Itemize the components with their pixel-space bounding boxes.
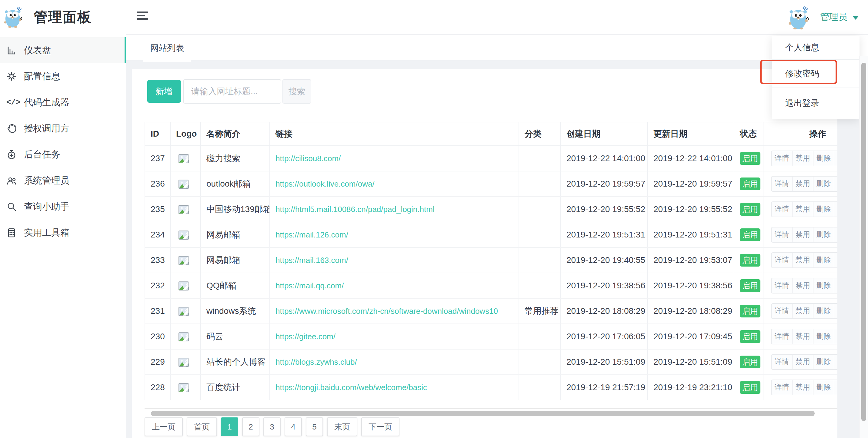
disable-button[interactable]: 禁用 xyxy=(793,380,813,395)
cell-created: 2019-12-20 19:38:56 xyxy=(561,273,648,298)
delete-button[interactable]: 删除 xyxy=(813,177,834,191)
status-badge[interactable]: 启用 xyxy=(740,203,761,216)
edit-button[interactable]: 编辑 xyxy=(834,228,837,242)
delete-button[interactable]: 删除 xyxy=(813,304,834,318)
detail-button[interactable]: 详情 xyxy=(772,177,793,191)
site-link[interactable]: http://html5.mail.10086.cn/pad/pad_login… xyxy=(276,205,435,214)
delete-button[interactable]: 删除 xyxy=(813,151,834,166)
status-badge[interactable]: 启用 xyxy=(740,330,761,343)
status-badge[interactable]: 启用 xyxy=(740,177,761,190)
disable-button[interactable]: 禁用 xyxy=(793,228,813,242)
action-button-group: 详情 禁用 删除 编辑 xyxy=(771,252,837,268)
delete-button[interactable]: 删除 xyxy=(813,228,834,242)
site-link[interactable]: https://mail.163.com/ xyxy=(276,256,348,265)
site-link[interactable]: https://mail.126.com/ xyxy=(276,230,348,239)
detail-button[interactable]: 详情 xyxy=(772,278,793,293)
menu-item-logout[interactable]: 退出登录 xyxy=(772,88,860,119)
edit-button[interactable]: 编辑 xyxy=(834,278,837,293)
site-link[interactable]: https://mail.qq.com/ xyxy=(276,281,344,290)
delete-button[interactable]: 删除 xyxy=(813,253,834,267)
site-link[interactable]: https://gitee.com/ xyxy=(276,332,336,341)
sidebar-item-query-helper[interactable]: 查询小助手 xyxy=(0,194,126,220)
sidebar-item-background-tasks[interactable]: 后台任务 xyxy=(0,141,126,168)
status-badge[interactable]: 启用 xyxy=(740,356,761,368)
delete-button[interactable]: 删除 xyxy=(813,329,834,344)
disable-button[interactable]: 禁用 xyxy=(793,253,813,267)
cell-updated: 2019-12-20 18:08:29 xyxy=(648,298,734,324)
status-badge[interactable]: 启用 xyxy=(740,305,761,317)
site-link[interactable]: https://tongji.baidu.com/web/welcome/bas… xyxy=(276,383,427,392)
pagination-page-1[interactable]: 1 xyxy=(221,417,238,436)
disable-button[interactable]: 禁用 xyxy=(793,329,813,344)
user-name[interactable]: 管理员 xyxy=(820,11,847,23)
edit-button[interactable]: 编辑 xyxy=(834,380,837,395)
detail-button[interactable]: 详情 xyxy=(772,329,793,344)
edit-button[interactable]: 编辑 xyxy=(834,329,837,344)
pagination-page-4[interactable]: 4 xyxy=(285,417,302,436)
detail-button[interactable]: 详情 xyxy=(772,380,793,395)
add-button[interactable]: 新增 xyxy=(147,80,181,103)
status-badge[interactable]: 启用 xyxy=(740,152,761,165)
pagination-prev[interactable]: 上一页 xyxy=(145,417,183,436)
pagination-next[interactable]: 下一页 xyxy=(361,417,399,436)
detail-button[interactable]: 详情 xyxy=(772,253,793,267)
chevron-down-icon[interactable] xyxy=(852,16,859,20)
cell-logo xyxy=(170,298,200,324)
detail-button[interactable]: 详情 xyxy=(772,228,793,242)
status-badge[interactable]: 启用 xyxy=(740,381,761,394)
tab-site-list[interactable]: 网站列表 xyxy=(143,34,191,62)
disable-button[interactable]: 禁用 xyxy=(793,278,813,293)
disable-button[interactable]: 禁用 xyxy=(793,151,813,166)
sidebar-item-config[interactable]: 配置信息 xyxy=(0,63,126,89)
search-input[interactable] xyxy=(183,79,281,104)
user-avatar[interactable] xyxy=(788,6,809,30)
sidebar-item-auth-callers[interactable]: 授权调用方 xyxy=(0,115,126,141)
cell-id: 229 xyxy=(145,349,170,375)
pagination-last[interactable]: 末页 xyxy=(327,417,357,436)
delete-button[interactable]: 删除 xyxy=(813,355,834,369)
delete-button[interactable]: 删除 xyxy=(813,380,834,395)
disable-button[interactable]: 禁用 xyxy=(793,177,813,191)
pagination-page-3[interactable]: 3 xyxy=(264,417,281,436)
status-badge[interactable]: 启用 xyxy=(740,279,761,292)
edit-button[interactable]: 编辑 xyxy=(834,253,837,267)
delete-button[interactable]: 删除 xyxy=(813,278,834,293)
site-link[interactable]: http://blogs.zywhs.club/ xyxy=(276,358,357,367)
cell-link: https://tongji.baidu.com/web/welcome/bas… xyxy=(270,375,519,400)
vertical-scrollbar-thumb[interactable] xyxy=(861,63,866,421)
detail-button[interactable]: 详情 xyxy=(772,355,793,369)
edit-button[interactable]: 编辑 xyxy=(834,202,837,216)
sidebar-item-dashboard[interactable]: 仪表盘 xyxy=(0,37,126,63)
pagination-page-2[interactable]: 2 xyxy=(242,417,259,436)
sidebar-item-code-generator[interactable]: </> 代码生成器 xyxy=(0,89,126,115)
edit-button[interactable]: 编辑 xyxy=(834,355,837,369)
site-link[interactable]: https://www.microsoft.com/zh-cn/software… xyxy=(276,307,498,316)
horizontal-scrollbar-thumb[interactable] xyxy=(151,411,815,416)
pagination-first[interactable]: 首页 xyxy=(187,417,217,436)
status-badge[interactable]: 启用 xyxy=(740,228,761,241)
site-link[interactable]: http://cilisou8.com/ xyxy=(276,154,341,163)
disable-button[interactable]: 禁用 xyxy=(793,304,813,318)
menu-item-change-password[interactable]: 修改密码 xyxy=(772,60,860,88)
col-header-logo: Logo xyxy=(170,122,200,146)
edit-button[interactable]: 编辑 xyxy=(834,304,837,318)
site-link[interactable]: https://outlook.live.com/owa/ xyxy=(276,179,375,189)
edit-button[interactable]: 编辑 xyxy=(834,177,837,191)
pagination-page-5[interactable]: 5 xyxy=(306,417,323,436)
delete-button[interactable]: 删除 xyxy=(813,202,834,216)
broken-image-icon xyxy=(179,205,189,214)
disable-button[interactable]: 禁用 xyxy=(793,355,813,369)
edit-button[interactable]: 编辑 xyxy=(834,151,837,166)
sidebar-item-toolbox[interactable]: 实用工具箱 xyxy=(0,220,126,246)
disable-button[interactable]: 禁用 xyxy=(793,202,813,216)
detail-button[interactable]: 详情 xyxy=(772,202,793,216)
user-area[interactable]: 管理员 xyxy=(788,0,859,34)
table-row: 236 outlook邮箱 https://outlook.live.com/o… xyxy=(145,171,837,197)
menu-item-profile[interactable]: 个人信息 xyxy=(772,36,860,60)
hamburger-menu-icon[interactable] xyxy=(137,11,149,20)
status-badge[interactable]: 启用 xyxy=(740,254,761,267)
detail-button[interactable]: 详情 xyxy=(772,151,793,166)
search-button[interactable]: 搜索 xyxy=(282,79,311,104)
sidebar-item-system-admins[interactable]: 系统管理员 xyxy=(0,168,126,194)
detail-button[interactable]: 详情 xyxy=(772,304,793,318)
